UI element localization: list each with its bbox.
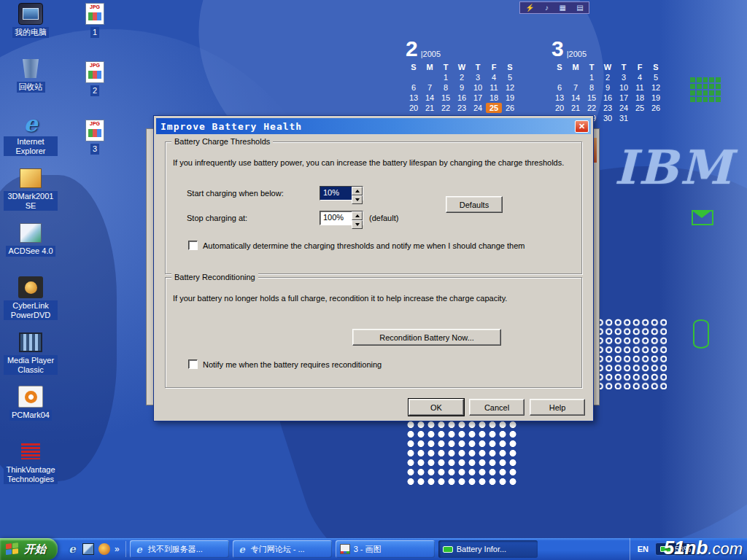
dialog-body: Battery Charge Thresholds If you infrequ… xyxy=(156,134,591,420)
jpg-badge: JPG xyxy=(90,4,100,10)
desktop-icon-acdsee[interactable]: ACDSee 4.0 xyxy=(3,222,58,276)
calendar-date-cell: 15 xyxy=(438,93,454,103)
spin-down-button[interactable] xyxy=(352,195,363,204)
defaults-button[interactable]: Defaults xyxy=(446,196,503,213)
media-player-quicklaunch-icon[interactable] xyxy=(98,543,110,555)
task-button[interactable]: 3 - 画图 xyxy=(336,540,435,558)
calendar-week-row: 12345 xyxy=(551,72,667,82)
calendar-day-header: T xyxy=(584,62,600,72)
calendar-date-cell: 23 xyxy=(600,103,616,113)
calendar-day-header: M xyxy=(568,62,584,72)
task-button[interactable]: 专门网论坛 - ... xyxy=(233,540,332,558)
calendar-date-cell: 10 xyxy=(470,82,486,93)
calendar-week-row: 13141516171819 xyxy=(406,93,521,103)
calendar-day-header: S xyxy=(502,62,518,72)
desktop-icon-thinkvantage[interactable]: ThinkVantage Technologies xyxy=(3,440,58,495)
calendar-date-cell: 19 xyxy=(502,93,518,103)
start-charging-spinner: 10% xyxy=(320,186,363,201)
desktop-icon-powerdvd[interactable]: CyberLink PowerDVD xyxy=(3,276,58,331)
calendar-date-cell: 30 xyxy=(600,113,616,123)
auto-determine-checkbox[interactable] xyxy=(188,241,198,250)
task-button[interactable]: Battery Infor... xyxy=(438,540,538,558)
desktop-icon-internet-explorer[interactable]: Internet Explorer xyxy=(3,112,58,167)
desktop-icon-label: Media Player Classic xyxy=(4,355,58,375)
recycle-bin-icon xyxy=(18,58,43,79)
cancel-button[interactable]: Cancel xyxy=(469,399,525,416)
calendar-day-header: W xyxy=(600,62,616,72)
acdsee-icon xyxy=(18,222,43,244)
calendar-date-cell: 25 xyxy=(486,103,502,113)
calendar-date-cell: 3 xyxy=(616,72,632,82)
calendar-date-cell: 2 xyxy=(454,72,470,82)
task-button[interactable]: 找不到服务器... xyxy=(130,540,229,558)
group-title: Battery Reconditioning xyxy=(171,273,258,281)
calendar-date-cell: 11 xyxy=(632,82,648,93)
language-indicator[interactable]: EN xyxy=(638,545,649,553)
calendar-date-cell: 6 xyxy=(406,82,422,93)
mpc-icon xyxy=(18,331,43,353)
desktop-icon-pcmark[interactable]: PCMark04 xyxy=(3,386,58,440)
task-button-label: 专门网论坛 - ... xyxy=(251,544,305,555)
chevron-expand-icon[interactable]: » xyxy=(115,544,120,554)
internet-explorer-icon xyxy=(18,112,43,134)
desktop-icon-my-computer[interactable]: 我的电脑 xyxy=(3,3,58,58)
speaker-icon: ♪ xyxy=(545,4,549,12)
calendar-date-cell: 12 xyxy=(648,82,664,93)
calendar-date-cell: 31 xyxy=(616,113,632,123)
calendar-day-header: T xyxy=(470,62,486,72)
start-button[interactable]: 开始 xyxy=(0,538,58,560)
spin-up-button[interactable] xyxy=(352,187,363,195)
notify-recondition-checkbox[interactable] xyxy=(188,359,198,369)
quick-launch-bar: e » xyxy=(61,541,126,557)
calendar-date-cell: 10 xyxy=(616,82,632,93)
calendar-day-header: F xyxy=(632,62,648,72)
stop-charging-value[interactable]: 100% xyxy=(320,211,352,225)
desktop-icon-recycle-bin[interactable]: 回收站 xyxy=(3,58,58,112)
desktop-icon-3dmark[interactable]: 3DMark2001 SE xyxy=(3,167,58,222)
notify-recondition-checkbox-row: Notify me when the battery requires reco… xyxy=(188,359,382,369)
jpg-file-icon-1[interactable]: JPG1 xyxy=(67,3,123,61)
dialog-titlebar[interactable]: Improve Battery Health ✕ xyxy=(156,118,591,134)
calendar-date-cell: 11 xyxy=(486,82,502,93)
jpg-file-icon: JPG xyxy=(85,3,104,25)
calendar-date-cell: 7 xyxy=(422,82,438,93)
calendar-date-cell: 8 xyxy=(584,82,600,93)
calendar-day-header: W xyxy=(454,62,470,72)
spin-up-button[interactable] xyxy=(352,211,363,220)
close-button[interactable]: ✕ xyxy=(575,120,589,133)
calendar-week-row: 20212223242526 xyxy=(406,103,521,113)
calendar-date-cell: 5 xyxy=(648,72,664,82)
calendar-date-cell: 8 xyxy=(438,82,454,93)
recondition-battery-button[interactable]: Recondition Battery Now... xyxy=(352,329,501,346)
calendar-date-cell: 16 xyxy=(454,93,470,103)
dialog-title: Improve Battery Health xyxy=(158,121,575,132)
desktop-icon-label: 3DMark2001 SE xyxy=(4,191,58,211)
jpg-file-icon-2[interactable]: JPG2 xyxy=(67,61,123,120)
calendar-week-row: 12345 xyxy=(406,72,521,82)
internet-explorer-quicklaunch-icon[interactable]: e xyxy=(66,543,78,555)
show-desktop-icon[interactable] xyxy=(82,543,94,555)
calendar-date-cell: 17 xyxy=(616,93,632,103)
dots-pattern xyxy=(595,318,667,389)
calendar-week-row: 6789101112 xyxy=(406,82,521,93)
calendar-date-cell: 13 xyxy=(406,93,422,103)
ok-button[interactable]: OK xyxy=(409,399,464,416)
start-charging-value[interactable]: 10% xyxy=(320,187,352,200)
calendar-date-cell: 20 xyxy=(551,103,568,113)
calendar-date-cell: 16 xyxy=(600,93,616,103)
stop-charging-spinner: 100% xyxy=(320,211,363,225)
calendar-date-cell: 2 xyxy=(600,72,616,82)
task-button-label: 3 - 画图 xyxy=(354,544,382,555)
spin-down-button[interactable] xyxy=(352,220,363,229)
help-button[interactable]: Help xyxy=(530,399,585,416)
jpg-file-icon: JPG xyxy=(85,61,104,83)
jpg-file-icon-3[interactable]: JPG3 xyxy=(67,120,123,178)
desktop-icon-mpc[interactable]: Media Player Classic xyxy=(3,331,58,386)
jpg-badge: JPG xyxy=(90,121,100,127)
calendar-date-cell: 23 xyxy=(454,103,470,113)
calendar-week-row: 20212223242526 xyxy=(551,103,667,113)
calendar-day-header: F xyxy=(486,62,502,72)
calendar-month-header: 3|2005 xyxy=(551,39,667,58)
calendar-date-cell: 26 xyxy=(502,103,518,113)
calendar-day-header: T xyxy=(616,62,632,72)
